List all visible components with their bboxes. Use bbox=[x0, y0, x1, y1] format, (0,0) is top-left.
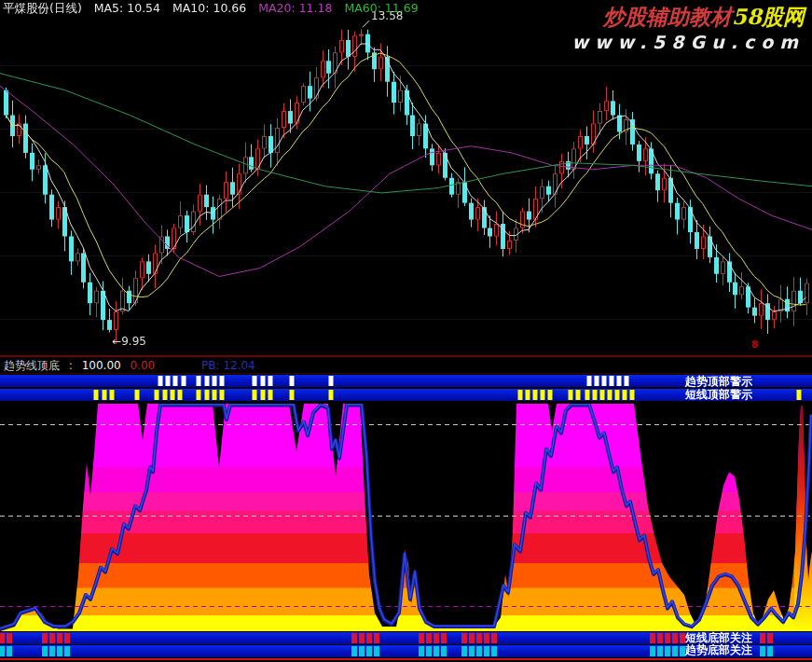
ma10-label: MA10: 10.66 bbox=[172, 1, 246, 15]
kline-chart-canvas[interactable] bbox=[0, 0, 812, 355]
trend-top-warning-label: 趋势顶部警示 bbox=[685, 376, 752, 388]
indicator-param1: 100.00 bbox=[82, 359, 121, 372]
trading-app-window: 平煤股份(日线) MA5: 10.54 MA10: 10.66 MA20: 11… bbox=[0, 0, 812, 662]
indicator-panel bbox=[0, 375, 812, 662]
short-top-warning-label: 短线顶部警示 bbox=[685, 389, 752, 401]
ma60-label: MA60: 11.69 bbox=[344, 1, 418, 15]
red-8-marker: 8 bbox=[751, 338, 759, 351]
ma20-label: MA20: 11.18 bbox=[258, 1, 332, 15]
kline-chart-panel bbox=[0, 0, 812, 355]
site-watermark: 炒股辅助教材58股网 www.58Gu.com bbox=[571, 3, 805, 52]
indicator-panel-canvas[interactable] bbox=[0, 375, 812, 662]
header-separator-line bbox=[0, 373, 812, 374]
ma5-label: MA5: 10.54 bbox=[94, 1, 160, 15]
panel-separator-line bbox=[0, 355, 812, 357]
indicator-colon: : bbox=[69, 359, 73, 372]
watermark-url: www.58Gu.com bbox=[571, 32, 805, 52]
indicator-header: 趋势线顶底 : 100.00 0.00 PB: 12.04 bbox=[4, 358, 261, 372]
trend-bottom-watch-label: 趋势底部关注 bbox=[685, 644, 752, 656]
watermark-title-red: 炒股辅助教材 bbox=[603, 4, 732, 29]
indicator-blue-value: PB: 12.04 bbox=[201, 359, 255, 372]
stock-title: 平煤股份(日线) bbox=[3, 1, 82, 15]
indicator-name: 趋势线顶底 bbox=[4, 359, 60, 372]
watermark-title: 炒股辅助教材58股网 bbox=[571, 3, 805, 32]
watermark-title-yellow: 58股网 bbox=[732, 4, 805, 29]
chart-title-row: 平煤股份(日线) MA5: 10.54 MA10: 10.66 MA20: 11… bbox=[3, 1, 427, 17]
indicator-param2: 0.00 bbox=[131, 359, 156, 372]
